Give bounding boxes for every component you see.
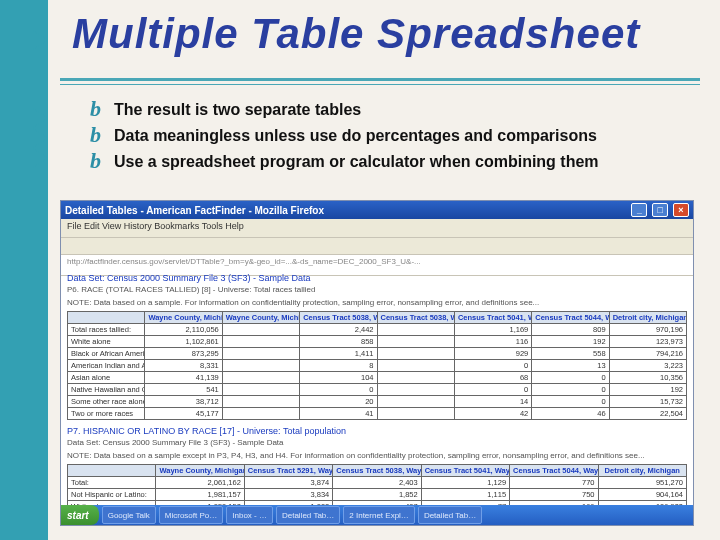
bullet-glyph: b <box>90 126 114 144</box>
taskbar-button[interactable]: Microsoft Po… <box>159 506 223 524</box>
bullet-glyph: b <box>90 100 114 118</box>
window-titlebar[interactable]: Detailed Tables - American FactFinder - … <box>61 201 693 219</box>
windows-taskbar[interactable]: start Google Talk Microsoft Po… Inbox - … <box>61 505 693 525</box>
bullet-item: b Data meaningless unless use do percent… <box>90 126 690 146</box>
dataset-line: Data Set: Census 2000 Summary File 3 (SF… <box>67 438 687 447</box>
bullet-text: The result is two separate tables <box>114 100 361 120</box>
taskbar-button[interactable]: Google Talk <box>102 506 156 524</box>
maximize-button[interactable]: □ <box>652 203 668 217</box>
ribbon-notch <box>32 108 48 128</box>
bullet-item: b Use a spreadsheet program or calculato… <box>90 152 690 172</box>
ribbon-notch <box>32 148 48 168</box>
taskbar-button[interactable]: 2 Internet Expl… <box>343 506 415 524</box>
screenshot-frame: Detailed Tables - American FactFinder - … <box>60 200 694 526</box>
close-button[interactable]: × <box>673 203 689 217</box>
data-table-2: Wayne County, MichiganCensus Tract 5291,… <box>67 464 687 505</box>
ribbon-notch <box>32 30 48 50</box>
side-ribbon <box>0 0 48 540</box>
taskbar-button[interactable]: Detailed Tab… <box>276 506 340 524</box>
page-body: Data Set: Census 2000 Summary File 3 (SF… <box>61 267 693 505</box>
data-table-1: Wayne County, MichiganWayne County, Mich… <box>67 311 687 420</box>
minimize-button[interactable]: _ <box>631 203 647 217</box>
taskbar-button[interactable]: Inbox - … <box>226 506 273 524</box>
browser-menubar[interactable]: File Edit View History Bookmarks Tools H… <box>61 219 693 237</box>
table-title: P6. RACE (TOTAL RACES TALLIED) [8] - Uni… <box>67 285 687 294</box>
bullet-text: Data meaningless unless use do percentag… <box>114 126 597 146</box>
table-note: NOTE: Data based on a sample. For inform… <box>67 298 687 307</box>
bullet-item: b The result is two separate tables <box>90 100 690 120</box>
bullet-glyph: b <box>90 152 114 170</box>
title-divider <box>60 78 700 86</box>
bullet-list: b The result is two separate tables b Da… <box>90 100 690 178</box>
window-title-text: Detailed Tables - American FactFinder - … <box>65 205 324 216</box>
slide-title: Multiple Table Spreadsheet <box>72 10 640 58</box>
taskbar-button[interactable]: Detailed Tab… <box>418 506 482 524</box>
ribbon-notch <box>32 128 48 148</box>
dataset-line: Data Set: Census 2000 Summary File 3 (SF… <box>67 273 687 283</box>
browser-toolbar[interactable] <box>61 237 693 255</box>
dataset-line: P7. HISPANIC OR LATINO BY RACE [17] - Un… <box>67 426 687 436</box>
start-button[interactable]: start <box>61 505 99 525</box>
table-note: NOTE: Data based on a sample except in P… <box>67 451 687 460</box>
bullet-text: Use a spreadsheet program or calculator … <box>114 152 599 172</box>
window-controls: _ □ × <box>629 203 689 217</box>
slide: Multiple Table Spreadsheet b The result … <box>0 0 720 540</box>
